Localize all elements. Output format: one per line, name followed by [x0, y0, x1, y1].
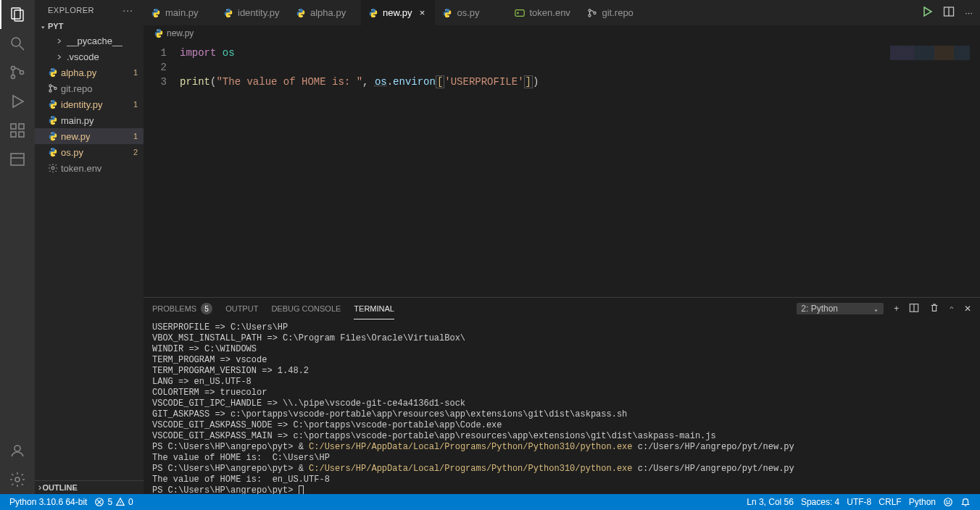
python-file-icon	[154, 28, 164, 38]
tree-item-newpy[interactable]: new.py1	[35, 128, 144, 144]
panel-tab-output[interactable]: OUTPUT	[225, 298, 258, 319]
chevron-down-icon: ⌄	[873, 304, 879, 314]
svg-point-44	[594, 12, 596, 14]
tab-gitrepo[interactable]: git.repo	[580, 0, 652, 25]
layout-icon[interactable]	[0, 145, 35, 174]
chevron-up-icon[interactable]: ^	[950, 306, 954, 312]
panel-tab-debug[interactable]: DEBUG CONSOLE	[271, 298, 341, 319]
svg-point-2	[12, 38, 20, 46]
terminal-selector[interactable]: 2: Python ⌄	[797, 303, 884, 314]
svg-line-3	[20, 46, 24, 50]
tree-item-mainpy[interactable]: main.py	[35, 112, 144, 128]
svg-point-28	[54, 155, 55, 156]
terminal-output[interactable]: USERPROFILE => C:\Users\HP VBOX_MSI_INST…	[144, 319, 980, 494]
error-icon	[94, 497, 104, 507]
code-editor[interactable]: 123 import os print("The value of HOME i…	[144, 41, 980, 297]
tab-mainpy[interactable]: main.py	[144, 0, 216, 25]
svg-point-41	[518, 12, 520, 14]
panel-tab-terminal[interactable]: TERMINAL	[354, 298, 394, 319]
svg-rect-12	[11, 154, 24, 165]
status-errors[interactable]: 5 0	[91, 494, 136, 510]
status-bar: Python 3.10.6 64-bit 5 0 Ln 3, Col 56 Sp…	[0, 494, 980, 510]
svg-point-22	[54, 107, 55, 108]
svg-point-27	[51, 149, 51, 149]
status-bell-icon[interactable]	[957, 494, 974, 510]
panel: PROBLEMS 5 OUTPUT DEBUG CONSOLE TERMINAL…	[144, 297, 980, 494]
tab-alphapy[interactable]: alpha.py	[288, 0, 361, 25]
code-token: print	[180, 76, 210, 88]
svg-point-16	[51, 69, 51, 70]
tree-item-tokenenv[interactable]: token.env	[35, 160, 144, 176]
panel-tab-problems[interactable]: PROBLEMS 5	[152, 298, 212, 319]
chevron-right-icon: >	[39, 483, 41, 492]
svg-rect-40	[515, 9, 524, 16]
sidebar-more-icon[interactable]: ···	[122, 4, 133, 16]
svg-marker-7	[13, 96, 23, 107]
svg-point-34	[299, 9, 299, 10]
settings-icon[interactable]	[0, 465, 35, 494]
tab-ospy[interactable]: os.py	[435, 0, 507, 25]
accounts-icon[interactable]	[0, 436, 35, 465]
sidebar: EXPLORER ··· ⌄ PYT >__pycache__>.vscodea…	[35, 0, 144, 494]
svg-point-17	[54, 75, 55, 76]
search-icon[interactable]	[0, 29, 35, 58]
tab-tokenenv[interactable]: token.env	[507, 0, 580, 25]
status-feedback-icon[interactable]	[939, 494, 957, 510]
breadcrumb-file: new.py	[167, 28, 194, 38]
svg-point-14	[14, 446, 20, 451]
svg-point-29	[51, 167, 54, 170]
run-debug-icon[interactable]	[0, 87, 35, 116]
status-eol[interactable]: CRLF	[875, 494, 905, 510]
status-ln-col[interactable]: Ln 3, Col 56	[743, 494, 797, 510]
split-editor-icon[interactable]	[943, 6, 955, 20]
status-language[interactable]: Python	[905, 494, 939, 510]
tree-item-gitrepo[interactable]: git.repo	[35, 80, 144, 96]
source-control-icon[interactable]	[0, 58, 35, 87]
tab-newpy[interactable]: new.py×	[361, 0, 435, 25]
close-tab-icon[interactable]: ×	[416, 7, 428, 18]
svg-point-23	[51, 117, 51, 117]
svg-point-4	[12, 67, 15, 70]
chevron-down-icon: ⌄	[39, 21, 46, 30]
svg-point-39	[449, 15, 449, 16]
tab-identitypy[interactable]: identity.py	[216, 0, 288, 25]
svg-point-36	[371, 9, 372, 10]
svg-point-5	[12, 75, 15, 79]
svg-point-15	[15, 477, 20, 482]
tree-item-identitypy[interactable]: identity.py1	[35, 96, 144, 112]
svg-point-56	[944, 498, 952, 506]
svg-point-35	[302, 15, 303, 16]
explorer-icon[interactable]	[0, 0, 35, 29]
svg-point-20	[54, 87, 57, 89]
line-numbers: 123	[144, 41, 180, 297]
svg-point-33	[230, 15, 231, 16]
svg-rect-10	[11, 132, 16, 137]
outline-section[interactable]: > OUTLINE	[35, 480, 144, 494]
close-panel-icon[interactable]: ✕	[964, 304, 971, 314]
split-terminal-icon[interactable]	[909, 303, 919, 315]
tree-item-vscode[interactable]: >.vscode	[35, 49, 144, 64]
svg-point-57	[947, 501, 947, 501]
new-terminal-icon[interactable]: +	[894, 304, 899, 314]
status-python[interactable]: Python 3.10.6 64-bit	[6, 494, 91, 510]
trash-icon[interactable]	[929, 303, 939, 315]
tree-item-pycache[interactable]: >__pycache__	[35, 33, 144, 49]
activity-bar	[0, 0, 35, 494]
svg-point-21	[51, 101, 51, 101]
tree-item-alphapy[interactable]: alpha.py1	[35, 64, 144, 80]
minimap[interactable]	[890, 46, 970, 60]
breadcrumb[interactable]: new.py	[144, 25, 980, 41]
status-encoding[interactable]: UTF-8	[843, 494, 875, 510]
svg-rect-9	[19, 124, 24, 129]
file-tree: >__pycache__>.vscodealpha.py1git.repoide…	[35, 33, 144, 176]
more-actions-icon[interactable]: ···	[965, 7, 973, 18]
svg-rect-0	[12, 8, 20, 19]
tree-item-ospy[interactable]: os.py2	[35, 144, 144, 160]
sidebar-section-pyt[interactable]: ⌄ PYT	[35, 19, 144, 33]
svg-point-6	[20, 71, 24, 75]
sidebar-section-label: PYT	[48, 22, 63, 30]
status-spaces[interactable]: Spaces: 4	[797, 494, 843, 510]
run-icon[interactable]	[921, 6, 933, 20]
extensions-icon[interactable]	[0, 116, 35, 145]
svg-rect-1	[14, 10, 23, 21]
